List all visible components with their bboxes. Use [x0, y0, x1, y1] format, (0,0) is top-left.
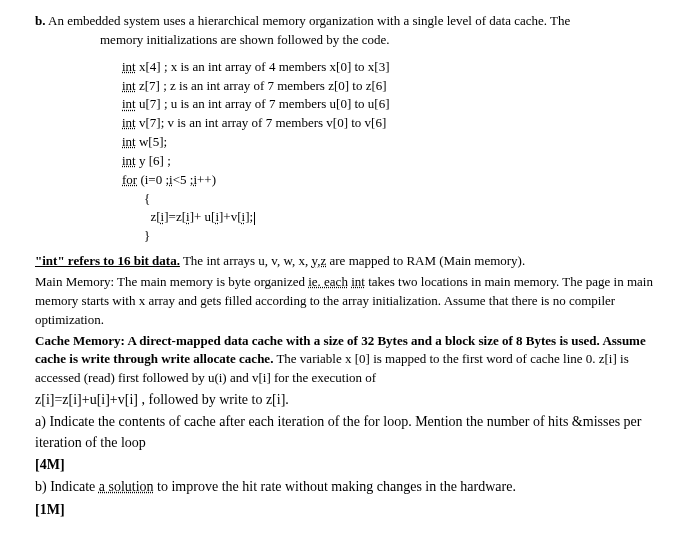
code-text: (i=0 ;: [137, 172, 169, 187]
question-b-marks: [1M]: [18, 500, 661, 520]
kw-int: int: [122, 134, 136, 149]
kw-int: int: [122, 153, 136, 168]
code-text: ];: [245, 209, 253, 224]
a-solution: a solution: [99, 479, 154, 494]
code-line-3: int u[7] ; u is an int array of 7 member…: [18, 95, 661, 114]
code-text: x[4] ; x is an int array of 4 members x[…: [136, 59, 390, 74]
code-text: ]=z[: [164, 209, 186, 224]
emph-int-note: "int" refers to 16 bit data.: [35, 253, 180, 268]
para-main-memory: Main Memory: The main memory is byte org…: [18, 273, 661, 330]
text: are mapped to RAM (Main memory).: [326, 253, 525, 268]
text: The int arrays u, v, w, x,: [180, 253, 312, 268]
code-line-10: }: [18, 227, 661, 246]
intro-line-1: An embedded system uses a hierarchical m…: [48, 13, 570, 28]
code-text: u[7] ; u is an int array of 7 members u[…: [136, 96, 390, 111]
code-line-7: for (i=0 ;i<5 ;i++): [18, 171, 661, 190]
code-text: v[7]; v is an int array of 7 members v[0…: [136, 115, 387, 130]
kw-int: int: [351, 274, 365, 289]
text-caret-icon: [254, 212, 255, 225]
arrays-yz: y,z: [312, 253, 327, 268]
text: Main Memory: The main memory is byte org…: [35, 274, 308, 289]
code-text: z[7] ; z is an int array of 7 members z[…: [136, 78, 387, 93]
code-text: y [6] ;: [136, 153, 171, 168]
text: b) Indicate: [35, 479, 99, 494]
intro-line-2: memory initializations are shown followe…: [18, 31, 661, 50]
question-b: b) Indicate a solution to improve the hi…: [18, 477, 661, 497]
kw-int: int: [122, 59, 136, 74]
code-text: ]+v[: [219, 209, 242, 224]
code-line-4: int v[7]; v is an int array of 7 members…: [18, 114, 661, 133]
ie-each: ie. each: [308, 274, 348, 289]
code-text: ++): [197, 172, 216, 187]
code-line-1: int x[4] ; x is an int array of 4 member…: [18, 58, 661, 77]
code-line-6: int y [6] ;: [18, 152, 661, 171]
code-line-8: {: [18, 190, 661, 209]
kw-int: int: [122, 78, 136, 93]
question-a: a) Indicate the contents of cache after …: [18, 412, 661, 453]
para-cache-memory: Cache Memory: A direct-mapped data cache…: [18, 332, 661, 389]
code-line-9: z[i]=z[i]+ u[i]+v[i];: [18, 208, 661, 227]
para-int-note: "int" refers to 16 bit data. The int arr…: [18, 252, 661, 271]
text: to improve the hit rate without making c…: [154, 479, 516, 494]
para-statement: z[i]=z[i]+u[i]+v[i] , followed by write …: [18, 390, 661, 410]
kw-int: int: [122, 96, 136, 111]
code-text: <5 ;: [173, 172, 194, 187]
part-label: b.: [35, 13, 45, 28]
question-a-marks: [4M]: [18, 455, 661, 475]
question-header: b. An embedded system uses a hierarchica…: [18, 12, 661, 31]
kw-for: for: [122, 172, 137, 187]
code-text: ]+ u[: [190, 209, 216, 224]
code-text: w[5];: [136, 134, 167, 149]
kw-int: int: [122, 115, 136, 130]
code-line-2: int z[7] ; z is an int array of 7 member…: [18, 77, 661, 96]
code-line-5: int w[5];: [18, 133, 661, 152]
code-text: z[: [151, 209, 161, 224]
